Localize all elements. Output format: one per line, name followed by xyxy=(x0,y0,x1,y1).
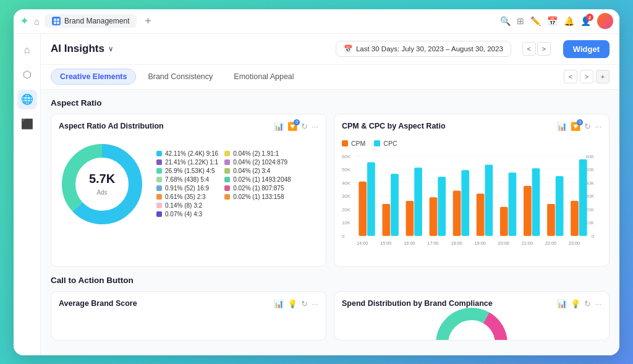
sidebar-item-globe[interactable]: 🌐 xyxy=(17,90,37,109)
svg-rect-42 xyxy=(461,170,469,235)
svg-text:0: 0 xyxy=(592,233,595,239)
refresh-icon[interactable]: ↻ xyxy=(301,122,308,131)
cpc-legend-label: CPC xyxy=(383,140,397,147)
home-icon[interactable]: ⌂ xyxy=(34,16,40,27)
svg-rect-34 xyxy=(367,162,375,235)
sidebar-item-library[interactable]: ⬛ xyxy=(17,114,37,134)
svg-rect-45 xyxy=(500,206,508,235)
svg-text:21:00: 21:00 xyxy=(522,240,533,246)
filter-icon-2[interactable]: 🔽 0 xyxy=(571,122,580,131)
card-title-distribution: Aspect Ratio Ad Distribution xyxy=(59,122,274,130)
bar-chart-icon[interactable]: 📊 xyxy=(274,122,284,131)
svg-text:18:00: 18:00 xyxy=(451,240,462,246)
date-prev-button[interactable]: < xyxy=(522,42,536,56)
tab-add-button[interactable]: + xyxy=(596,70,610,83)
bar-chart-icon-2[interactable]: 📊 xyxy=(557,122,567,131)
bell-icon[interactable]: 🔔 xyxy=(564,16,574,26)
avatar[interactable] xyxy=(597,13,613,29)
tab-brand-consistency[interactable]: Brand Consistency xyxy=(138,69,222,85)
more-icon-3[interactable]: ··· xyxy=(312,299,318,308)
svg-text:30K: 30K xyxy=(342,193,351,199)
average-brand-score-card: Average Brand Score 📊 💡 ↻ ··· xyxy=(51,291,326,341)
search-icon[interactable]: 🔍 xyxy=(500,16,511,26)
calendar-icon[interactable]: 📅 xyxy=(547,16,558,26)
svg-text:14:00: 14:00 xyxy=(357,240,368,246)
svg-rect-51 xyxy=(571,201,579,236)
tab-prev-button[interactable]: < xyxy=(564,70,577,83)
svg-rect-3 xyxy=(57,22,59,24)
date-range-text: Last 30 Days: July 30, 2023 – August 30,… xyxy=(356,45,503,53)
svg-text:40K: 40K xyxy=(342,180,351,185)
donut-value: 5.7K xyxy=(89,171,115,185)
svg-text:50K: 50K xyxy=(585,167,595,172)
svg-rect-36 xyxy=(391,174,399,236)
refresh-icon-3[interactable]: ↻ xyxy=(301,299,308,308)
cpm-legend-label: CPM xyxy=(351,140,365,147)
sidebar-item-home[interactable]: ⌂ xyxy=(17,40,37,60)
sidebar: ⌂ ⬡ 🌐 ⬛ xyxy=(14,34,41,355)
filter-icon[interactable]: 🔽 0 xyxy=(287,122,297,131)
svg-rect-37 xyxy=(406,201,414,236)
active-tab[interactable]: Brand Management xyxy=(45,14,137,28)
widget-button[interactable]: Widget xyxy=(563,40,610,58)
svg-text:30K: 30K xyxy=(585,193,595,199)
date-range-selector[interactable]: 📅 Last 30 Days: July 30, 2023 – August 3… xyxy=(336,41,511,57)
svg-text:10K: 10K xyxy=(342,220,351,226)
svg-text:22:00: 22:00 xyxy=(545,240,556,246)
svg-rect-49 xyxy=(547,203,555,235)
aspect-ratio-section: Aspect Ratio Aspect Ratio Ad Distributio… xyxy=(51,98,610,267)
svg-rect-33 xyxy=(359,181,367,235)
bulb-icon[interactable]: 💡 xyxy=(287,299,297,308)
bar-chart-svg: 60K 50K 40K 30K 20K 10K 0 60K xyxy=(342,152,601,254)
cta-section-title: Call to Action Button xyxy=(51,276,610,285)
svg-text:20:00: 20:00 xyxy=(498,240,509,246)
svg-text:60K: 60K xyxy=(585,153,595,159)
notification-icon[interactable]: 👤2 xyxy=(580,16,591,26)
svg-text:10K: 10K xyxy=(585,220,595,226)
bar-chart-icon-3[interactable]: 📊 xyxy=(274,299,284,308)
svg-rect-52 xyxy=(579,159,587,235)
chevron-down-icon[interactable]: ∨ xyxy=(108,45,113,53)
svg-text:23:00: 23:00 xyxy=(569,240,580,246)
svg-rect-44 xyxy=(485,164,493,235)
svg-text:40K: 40K xyxy=(585,180,595,185)
sidebar-item-analytics[interactable]: ⬡ xyxy=(17,65,37,85)
svg-rect-47 xyxy=(524,185,532,235)
svg-text:15:00: 15:00 xyxy=(380,240,391,246)
app-logo-icon: ✦ xyxy=(20,14,29,28)
avg-brand-score-title: Average Brand Score xyxy=(59,299,274,308)
svg-text:17:00: 17:00 xyxy=(427,240,438,246)
page-title: AI Insights ∨ xyxy=(51,43,113,55)
svg-rect-1 xyxy=(57,19,59,21)
donut-label: Ads xyxy=(96,188,107,195)
date-next-button[interactable]: > xyxy=(537,42,551,56)
svg-text:50K: 50K xyxy=(342,167,351,172)
svg-text:20K: 20K xyxy=(342,206,351,212)
svg-rect-38 xyxy=(414,167,422,235)
svg-rect-40 xyxy=(438,177,446,236)
card-title-cpm-cpc: CPM & CPC by Aspect Ratio xyxy=(342,122,557,130)
svg-text:20K: 20K xyxy=(585,206,595,212)
svg-rect-0 xyxy=(54,19,56,21)
svg-rect-39 xyxy=(430,197,438,236)
add-tab-button[interactable]: + xyxy=(140,14,155,28)
more-icon-2[interactable]: ··· xyxy=(595,122,601,131)
aspect-ratio-section-title: Aspect Ratio xyxy=(51,98,610,108)
tab-next-button[interactable]: > xyxy=(580,70,593,83)
more-icon[interactable]: ··· xyxy=(312,122,318,131)
refresh-icon-4[interactable]: ↻ xyxy=(584,299,591,308)
edit-icon[interactable]: ✏️ xyxy=(530,16,541,26)
bar-chart-icon-4[interactable]: 📊 xyxy=(557,299,567,308)
aspect-ratio-distribution-card: Aspect Ratio Ad Distribution 📊 🔽 0 ↻ xyxy=(51,114,326,267)
spend-distribution-card: Spend Distribution by Brand Compliance 📊… xyxy=(334,291,610,341)
svg-rect-46 xyxy=(509,172,517,236)
tab-label: Brand Management xyxy=(64,17,129,25)
svg-text:60K: 60K xyxy=(342,153,351,159)
refresh-icon-2[interactable]: ↻ xyxy=(584,122,591,131)
bulb-icon-2[interactable]: 💡 xyxy=(571,299,580,308)
grid-icon[interactable]: ⊞ xyxy=(517,16,524,26)
more-icon-4[interactable]: ··· xyxy=(595,299,601,308)
tab-emotional-appeal[interactable]: Emotional Appeal xyxy=(224,69,303,85)
svg-text:16:00: 16:00 xyxy=(404,240,415,246)
tab-creative-elements[interactable]: Creative Elements xyxy=(51,69,136,85)
